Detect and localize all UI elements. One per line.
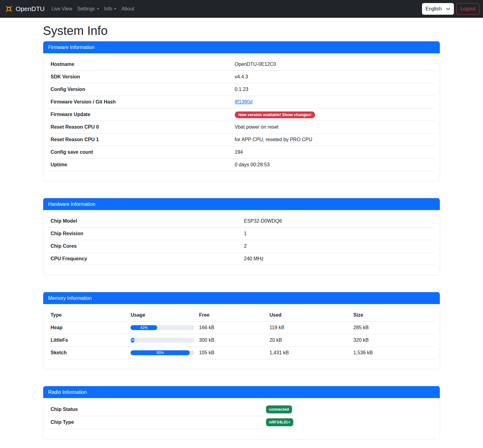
status-badge: connected bbox=[266, 405, 292, 413]
table-row: Reset Reason CPU 0Vbat power on reset bbox=[48, 121, 435, 134]
firmware-information-card: Firmware Information HostnameOpenDTU-0E1… bbox=[43, 41, 440, 181]
row-label: Reset Reason CPU 0 bbox=[48, 121, 232, 134]
row-label: Sketch bbox=[48, 347, 128, 359]
table-row: Config save count194 bbox=[48, 146, 435, 159]
row-value: 194 bbox=[232, 146, 435, 159]
used-value: 1,431 kB bbox=[267, 347, 351, 359]
table-row: Chip Revision1 bbox=[48, 228, 435, 240]
row-value: ESP32-D0WDQ6 bbox=[242, 215, 435, 228]
used-value: 119 kB bbox=[267, 322, 351, 334]
row-label: CPU Frequency bbox=[48, 253, 242, 265]
chevron-down-icon bbox=[114, 8, 116, 9]
table-row: Reset Reason CPU 1for APP CPU, reseted b… bbox=[48, 134, 435, 146]
chevron-down-icon bbox=[97, 8, 99, 9]
free-value: 166 kB bbox=[197, 322, 267, 334]
nav-item-label: Info bbox=[104, 6, 112, 12]
table-row: Chip Cores2 bbox=[48, 240, 435, 253]
size-value: 285 kB bbox=[351, 322, 435, 334]
card-body: Chip StatusconnectedChip TypenRF24L01+ bbox=[43, 398, 440, 439]
size-value: 320 kB bbox=[351, 334, 435, 347]
row-label: SDK Version bbox=[48, 71, 232, 83]
row-label: Firmware Update bbox=[48, 108, 232, 121]
nav-links: Live View Settings Info About bbox=[49, 4, 137, 14]
table-row: Uptime0 days 00:28:53 bbox=[48, 159, 435, 171]
row-value: 8f1390d bbox=[232, 96, 435, 108]
memory-table: TypeUsageFreeUsedSize Heap42%166 kB119 k… bbox=[48, 309, 435, 359]
row-value: for APP CPU, reseted by PRO CPU bbox=[232, 134, 435, 146]
logout-button[interactable]: Logout bbox=[456, 3, 479, 15]
row-value: connected bbox=[265, 403, 435, 416]
navbar: OpenDTU Live View Settings Info About En… bbox=[0, 0, 483, 18]
column-header: Used bbox=[267, 309, 351, 322]
card-header: Memory Information bbox=[43, 292, 440, 304]
column-header: Free bbox=[197, 309, 267, 322]
usage-progress: 93% bbox=[131, 350, 194, 355]
nav-item-label: About bbox=[121, 6, 134, 12]
chevron-down-icon bbox=[446, 7, 450, 11]
usage-progress-bar: 6% bbox=[131, 338, 134, 343]
card-header: Radio Information bbox=[43, 386, 440, 398]
main-content: System Info Firmware Information Hostnam… bbox=[43, 23, 440, 439]
row-label: Reset Reason CPU 1 bbox=[48, 134, 232, 146]
row-label: Chip Revision bbox=[48, 228, 242, 240]
row-value: 1 bbox=[242, 228, 435, 240]
column-header: Type bbox=[48, 309, 128, 322]
table-row: Chip ModelESP32-D0WDQ6 bbox=[48, 215, 435, 228]
table-header-row: TypeUsageFreeUsedSize bbox=[48, 309, 435, 322]
usage-progress: 42% bbox=[131, 325, 194, 330]
radio-table: Chip StatusconnectedChip TypenRF24L01+ bbox=[48, 403, 435, 429]
row-label: Chip Type bbox=[48, 416, 265, 429]
card-body: Chip ModelESP32-D0WDQ6Chip Revision1Chip… bbox=[43, 210, 440, 275]
used-value: 20 kB bbox=[267, 334, 351, 347]
row-value: v4.4.3 bbox=[232, 71, 435, 83]
usage-cell: 93% bbox=[128, 347, 196, 359]
row-label: Chip Cores bbox=[48, 240, 242, 253]
table-row: Firmware UpdateNew version available! Sh… bbox=[48, 108, 435, 121]
brand-label: OpenDTU bbox=[16, 5, 45, 13]
row-label: LittleFs bbox=[48, 334, 128, 347]
row-label: Firmware Version / Git Hash bbox=[48, 96, 232, 108]
table-row: CPU Frequency240 MHz bbox=[48, 253, 435, 265]
row-value: New version available! Show changes! bbox=[232, 108, 435, 121]
git-hash-link[interactable]: 8f1390d bbox=[235, 99, 253, 104]
usage-progress-bar: 93% bbox=[131, 350, 190, 355]
usage-cell: 6% bbox=[128, 334, 196, 347]
table-row: Sketch93%105 kB1,431 kB1,536 kB bbox=[48, 347, 435, 359]
card-header: Firmware Information bbox=[43, 41, 440, 53]
nav-item-about[interactable]: About bbox=[119, 4, 137, 14]
nav-item-live-view[interactable]: Live View bbox=[49, 4, 75, 14]
firmware-update-badge[interactable]: New version available! Show changes! bbox=[235, 111, 315, 118]
row-value: 0.1.23 bbox=[232, 83, 435, 96]
radio-information-card: Radio Information Chip StatusconnectedCh… bbox=[43, 386, 440, 439]
nav-item-info[interactable]: Info bbox=[102, 4, 119, 14]
nav-item-label: Settings bbox=[77, 6, 95, 12]
nav-item-settings[interactable]: Settings bbox=[75, 4, 102, 14]
size-value: 1,536 kB bbox=[351, 347, 435, 359]
hardware-table: Chip ModelESP32-D0WDQ6Chip Revision1Chip… bbox=[48, 215, 435, 265]
table-row: Heap42%166 kB119 kB285 kB bbox=[48, 322, 435, 334]
table-row: Firmware Version / Git Hash8f1390d bbox=[48, 96, 435, 108]
row-label: Config save count bbox=[48, 146, 232, 159]
card-header: Hardware Information bbox=[43, 198, 440, 210]
row-value: Vbat power on reset bbox=[232, 121, 435, 134]
row-label: Chip Model bbox=[48, 215, 242, 228]
table-row: HostnameOpenDTU-0E12C0 bbox=[48, 58, 435, 71]
row-label: Config Version bbox=[48, 83, 232, 96]
row-value: nRF24L01+ bbox=[265, 416, 435, 429]
free-value: 105 kB bbox=[197, 347, 267, 359]
memory-information-card: Memory Information TypeUsageFreeUsedSize… bbox=[43, 292, 440, 369]
firmware-table: HostnameOpenDTU-0E12C0SDK Versionv4.4.3C… bbox=[48, 58, 435, 171]
card-body: TypeUsageFreeUsedSize Heap42%166 kB119 k… bbox=[43, 304, 440, 369]
nav-item-label: Live View bbox=[51, 6, 72, 12]
brand[interactable]: OpenDTU bbox=[4, 4, 45, 13]
row-label: Hostname bbox=[48, 58, 232, 71]
usage-cell: 42% bbox=[128, 322, 196, 334]
language-select-value: English bbox=[426, 6, 442, 12]
free-value: 300 kB bbox=[197, 334, 267, 347]
language-select[interactable]: English bbox=[422, 3, 454, 15]
row-value: 240 MHz bbox=[242, 253, 435, 265]
row-label: Chip Status bbox=[48, 403, 265, 416]
status-badge: nRF24L01+ bbox=[266, 418, 294, 426]
row-label: Heap bbox=[48, 322, 128, 334]
row-label: Uptime bbox=[48, 159, 232, 171]
